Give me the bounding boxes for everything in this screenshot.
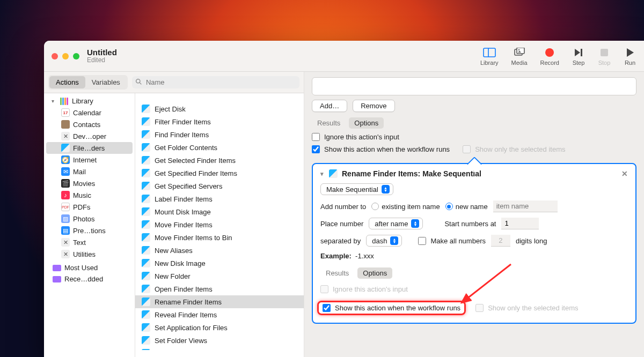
tree-item-internet[interactable]: 🧭Internet: [46, 154, 133, 166]
tree-item-music[interactable]: ♪Music: [46, 189, 133, 201]
action-list-item[interactable]: Filter Finder Items: [135, 115, 304, 128]
action-show-when-runs[interactable]: Show this action when the workflow runs: [320, 303, 463, 313]
toolbar-library[interactable]: Library: [480, 47, 499, 66]
tree-item-photos[interactable]: ▨Photos: [46, 213, 133, 225]
tree-folder-recently-added[interactable]: Rece…dded: [46, 273, 133, 285]
finder-icon: [142, 169, 150, 177]
mode-select[interactable]: Make Sequential ▲▼: [320, 183, 393, 195]
show-only-selected-checkbox: [463, 145, 471, 153]
tree-item-contacts[interactable]: Contacts: [46, 118, 133, 130]
close-window-button[interactable]: [52, 53, 58, 59]
tree-library-root[interactable]: ▾ Library: [46, 95, 133, 107]
finder-icon: [142, 156, 150, 165]
make-all-numbers-option[interactable]: Make all numbers: [418, 237, 486, 245]
add-button[interactable]: Add…: [312, 100, 347, 112]
tab-actions[interactable]: Actions: [49, 76, 85, 88]
action-close-button[interactable]: ✕: [621, 169, 628, 178]
action-show-when-runs-checkbox[interactable]: [323, 304, 331, 312]
finder-icon: [329, 169, 338, 178]
start-number-input[interactable]: [501, 218, 539, 229]
utilities-icon: ✕: [61, 250, 70, 258]
tools-icon: ✕: [61, 132, 70, 140]
library-panel: Actions Variables ▾: [44, 72, 304, 357]
action-list-item[interactable]: Open Finder Items: [135, 282, 304, 295]
separator-select[interactable]: dash ▲▼: [366, 235, 402, 247]
action-list-item[interactable]: Set Application for Files: [135, 321, 304, 334]
tree-item-pdfs[interactable]: PDFPDFs: [46, 201, 133, 213]
search-input[interactable]: [132, 76, 299, 88]
tree-item-files-folders[interactable]: File…ders: [46, 142, 133, 154]
tab-variables[interactable]: Variables: [85, 76, 127, 88]
finder-icon: [142, 207, 150, 216]
action-list-item[interactable]: Label Finder Items: [135, 192, 304, 205]
digits-long-label: digits long: [516, 237, 547, 245]
action-list-item[interactable]: New Aliases: [135, 244, 304, 257]
item-name-input[interactable]: [493, 200, 558, 212]
svg-line-9: [140, 83, 141, 84]
action-list-item[interactable]: Get Folder Contents: [135, 141, 304, 154]
zoom-window-button[interactable]: [73, 53, 79, 59]
pdf-icon: PDF: [61, 203, 70, 211]
library-icon: [483, 47, 496, 58]
action-list-item[interactable]: Find Finder Items: [135, 128, 304, 141]
action-list-item[interactable]: New Folder: [135, 270, 304, 282]
show-when-runs-checkbox[interactable]: [312, 145, 320, 153]
library-tree[interactable]: ▾ Library 17Calendar Contacts ✕Dev…oper …: [44, 93, 135, 357]
option-show-when-runs[interactable]: Show this action when the workflow runs: [312, 145, 450, 153]
ignore-input-checkbox[interactable]: [312, 133, 320, 141]
chevron-down-icon: ▾: [320, 170, 324, 177]
tree-item-calendar[interactable]: 17Calendar: [46, 107, 133, 118]
action-list-item[interactable]: Get Specified Finder Items: [135, 167, 304, 180]
window-subtitle: Edited: [87, 57, 117, 64]
mail-icon: ✉: [61, 167, 70, 176]
tree-item-utilities[interactable]: ✕Utilities: [46, 248, 133, 260]
action-list-item[interactable]: Set Folder Views: [135, 334, 304, 347]
tree-folder-most-used[interactable]: Most Used: [46, 262, 133, 273]
radio-new-name[interactable]: new name: [445, 203, 488, 211]
toolbar-record[interactable]: Record: [540, 47, 559, 66]
remove-button[interactable]: Remove: [353, 100, 394, 112]
tab-results[interactable]: Results: [312, 117, 346, 129]
tree-item-developer[interactable]: ✕Dev…oper: [46, 130, 133, 142]
toolbar-record-label: Record: [540, 59, 559, 66]
finder-icon: [142, 323, 150, 332]
action-list-item[interactable]: New Disk Image: [135, 257, 304, 270]
place-number-select[interactable]: after name ▲▼: [369, 218, 423, 229]
action-list-item[interactable]: Mount Disk Image: [135, 205, 304, 218]
radio-existing-name[interactable]: existing item name: [371, 203, 440, 211]
tree-item-presentations[interactable]: ▤Pre…tions: [46, 225, 133, 236]
movies-icon: 🎬: [61, 179, 70, 188]
tab-results[interactable]: Results: [320, 267, 354, 279]
action-header[interactable]: ▾ Rename Finder Items: Make Sequential ✕: [320, 169, 628, 178]
action-list-item[interactable]: Rename Finder Items: [135, 295, 304, 308]
option-ignore-input[interactable]: Ignore this action's input: [312, 133, 636, 141]
action-list-item[interactable]: Move Finder Items: [135, 218, 304, 231]
action-list-item[interactable]: Get Specified Servers: [135, 180, 304, 192]
action-list-item[interactable]: Eject Disk: [135, 102, 304, 115]
finder-icon: [142, 117, 150, 126]
make-all-numbers-checkbox[interactable]: [418, 237, 426, 245]
tree-item-text[interactable]: ✕Text: [46, 236, 133, 248]
action-list-item[interactable]: Set Spotlight C…for Finder Items: [135, 347, 304, 350]
action-list[interactable]: Eject DiskFilter Finder ItemsFind Finder…: [135, 100, 304, 350]
safari-icon: 🧭: [61, 155, 70, 164]
minimize-window-button[interactable]: [62, 53, 69, 59]
action-list-item[interactable]: Get Selected Finder Items: [135, 154, 304, 167]
toolbar-media[interactable]: Media: [511, 47, 528, 66]
digits-input: [491, 235, 510, 247]
toolbar-media-label: Media: [511, 59, 528, 66]
media-icon: [513, 47, 526, 58]
tree-item-mail[interactable]: ✉Mail: [46, 166, 133, 177]
action-show-when-runs-row: Show this action when the workflow runs …: [320, 303, 628, 313]
finder-icon: [142, 259, 150, 267]
tree-item-movies[interactable]: 🎬Movies: [46, 177, 133, 189]
tab-options[interactable]: Options: [349, 117, 384, 129]
action-list-item[interactable]: Move Finder Items to Bin: [135, 231, 304, 244]
svg-rect-7: [601, 49, 608, 56]
workflow-area[interactable]: Add… Remove Results Options Ignore this …: [304, 72, 644, 357]
toolbar-run[interactable]: Run: [624, 47, 636, 66]
tab-options[interactable]: Options: [357, 267, 392, 279]
action-list-item[interactable]: Reveal Finder Items: [135, 308, 304, 321]
toolbar-step[interactable]: Step: [572, 47, 585, 66]
option-show-only-selected: Show only the selected items: [463, 145, 565, 153]
